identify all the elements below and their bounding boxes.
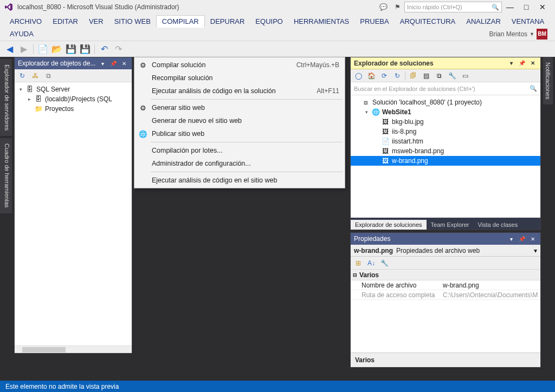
bottom-tab[interactable]: Team Explorer: [427, 220, 474, 230]
properties-grid[interactable]: ⊟VariosNombre de archivow-brand.pngRuta …: [351, 270, 540, 300]
preview-icon[interactable]: ▭: [460, 70, 470, 81]
categorize-icon[interactable]: ⊞: [353, 258, 364, 269]
connect-icon[interactable]: 🖧: [30, 70, 41, 81]
property-row[interactable]: Nombre de archivow-brand.png: [351, 280, 540, 290]
maximize-button[interactable]: □: [518, 1, 534, 14]
menu-item[interactable]: ⚙Compilar soluciónCtrl+Mayús.+B: [134, 58, 345, 71]
signed-in-user[interactable]: Brian Mentos ▼ BM: [489, 29, 551, 40]
collapse-icon[interactable]: ⊟: [353, 272, 359, 278]
collapse-icon[interactable]: ⧉: [434, 70, 444, 81]
feedback-icon[interactable]: 💬: [376, 2, 390, 12]
panel-close-icon[interactable]: ✕: [120, 59, 128, 68]
menu-ver[interactable]: VER: [83, 16, 109, 27]
notifications-tab[interactable]: Notificaciones: [543, 57, 553, 104]
panel-dropdown-icon[interactable]: ▾: [98, 59, 107, 68]
menu-item[interactable]: Ejecutar análisis de código en el sitio …: [134, 174, 345, 187]
pin-icon[interactable]: 📌: [518, 234, 526, 243]
h-scroll-thumb[interactable]: [22, 347, 66, 352]
properties-header[interactable]: Propiedades ▾ 📌 ✕: [351, 233, 540, 245]
menu-prueba[interactable]: PRUEBA: [354, 16, 394, 27]
menu-ventana[interactable]: VENTANA: [506, 16, 550, 27]
solution-explorer-panel: Explorador de soluciones ▾ 📌 ✕ ◯ 🏠 ⟳ ↻ 🗐…: [350, 57, 541, 230]
tree-node[interactable]: ▸🗄(localdb)\Projects (SQL: [15, 94, 132, 104]
properties-object-selector[interactable]: w-brand.png Propiedades del archivo web …: [351, 245, 540, 257]
redo-button[interactable]: ↷: [112, 43, 125, 56]
tree-node[interactable]: 📄iisstart.htm: [351, 136, 540, 146]
menu-item[interactable]: Compilación por lotes...: [134, 144, 345, 157]
refresh-icon[interactable]: ↻: [17, 70, 28, 81]
menu-compilar[interactable]: COMPILAR: [156, 15, 205, 28]
panel-dropdown-icon[interactable]: ▾: [507, 234, 515, 243]
object-explorer-tree[interactable]: ▾🗄SQL Server▸🗄(localdb)\Projects (SQL📁Pr…: [15, 82, 132, 116]
property-category[interactable]: ⊟Varios: [351, 270, 540, 280]
tree-node[interactable]: 🖼iis-8.png: [351, 127, 540, 136]
bottom-tab[interactable]: Explorador de soluciones: [351, 220, 427, 230]
tree-node[interactable]: 🖼w-brand.png: [351, 156, 540, 166]
menu-item[interactable]: ⚙Generar sitio web: [134, 101, 345, 114]
sort-az-icon[interactable]: A↓: [366, 258, 377, 269]
panel-close-icon[interactable]: ✕: [528, 59, 537, 68]
menu-item[interactable]: Administrador de configuración...: [134, 157, 345, 170]
undo-button[interactable]: ↶: [98, 43, 111, 56]
tree-node[interactable]: ⧈Solución 'localhost_8080' (1 proyecto): [351, 97, 540, 107]
solution-tree[interactable]: ⧈Solución 'localhost_8080' (1 proyecto)▾…: [351, 95, 540, 168]
panel-close-icon[interactable]: ✕: [528, 234, 537, 243]
menu-analizar[interactable]: ANALIZAR: [461, 16, 506, 27]
notifications-flag-icon[interactable]: ⚑: [390, 2, 404, 12]
quick-launch-input[interactable]: Inicio rápido (Ctrl+Q) 🔍: [404, 2, 502, 12]
object-explorer-header[interactable]: Explorador de objetos de... ▾ 📌 ✕: [15, 57, 132, 69]
menu-depurar[interactable]: DEPURAR: [205, 16, 250, 27]
show-all-icon[interactable]: ▤: [421, 70, 431, 81]
solution-explorer-header[interactable]: Explorador de soluciones ▾ 📌 ✕: [351, 57, 540, 69]
h-scrollbar[interactable]: [15, 345, 132, 353]
tree-node-label: SQL Server: [36, 86, 70, 93]
open-button[interactable]: 📂: [50, 43, 63, 56]
menu-archivo[interactable]: ARCHIVO: [4, 16, 47, 27]
toolbox-tab[interactable]: Cuadro de herramientas: [0, 138, 12, 213]
tree-node[interactable]: ▾🌐WebSite1: [351, 107, 540, 117]
home-house-icon[interactable]: 🏠: [366, 70, 377, 81]
group-icon[interactable]: ⧉: [43, 70, 54, 81]
tree-node[interactable]: ▾🗄SQL Server: [15, 84, 132, 94]
new-project-button[interactable]: 📄: [36, 43, 49, 56]
menu-sitio web[interactable]: SITIO WEB: [109, 16, 156, 27]
sync-icon[interactable]: ⟳: [379, 70, 390, 81]
menu-ayuda[interactable]: AYUDA: [4, 28, 39, 40]
bottom-tab[interactable]: Vista de clases: [473, 220, 522, 230]
server-explorer-tab[interactable]: Explorador de servidores: [0, 59, 12, 136]
pin-icon[interactable]: 📌: [109, 59, 118, 68]
minimize-button[interactable]: ―: [502, 1, 518, 14]
expand-arrow-icon[interactable]: ▸: [27, 96, 32, 102]
save-all-button[interactable]: 💾: [79, 43, 92, 56]
tree-node[interactable]: 📁Proyectos: [15, 104, 132, 114]
home-icon[interactable]: ◯: [353, 70, 364, 81]
expand-arrow-icon[interactable]: ▾: [18, 87, 23, 92]
refresh-icon[interactable]: ↻: [392, 70, 403, 81]
menu-item[interactable]: Recompilar solución: [134, 71, 345, 84]
close-button[interactable]: ✕: [534, 1, 551, 14]
titlebar: localhost_8080 - Microsoft Visual Studio…: [0, 0, 555, 14]
menu-equipo[interactable]: EQUIPO: [250, 16, 288, 27]
solution-search-input[interactable]: Buscar en el Explorador de soluciones (C…: [351, 82, 540, 95]
property-value[interactable]: C:\Users\Ontecnia\Documents\M: [440, 291, 540, 299]
menu-arquitectura[interactable]: ARQUITECTURA: [395, 16, 461, 27]
expand-arrow-icon[interactable]: ▾: [364, 109, 369, 115]
menu-item[interactable]: 🌐Publicar sitio web: [134, 127, 345, 140]
pin-icon[interactable]: 📌: [518, 59, 526, 68]
save-button[interactable]: 💾: [64, 43, 78, 56]
nav-back-button[interactable]: ◀: [3, 43, 16, 56]
blank-icon: [137, 158, 150, 169]
menu-item[interactable]: Ejecutar análisis de código en la soluci…: [134, 84, 345, 97]
menu-editar[interactable]: EDITAR: [47, 16, 83, 27]
menu-herramientas[interactable]: HERRAMIENTAS: [288, 16, 354, 27]
panel-dropdown-icon[interactable]: ▾: [507, 59, 515, 68]
tree-node[interactable]: 🖼msweb-brand.png: [351, 146, 540, 156]
tree-node[interactable]: 🖼bkg-blu.jpg: [351, 117, 540, 127]
wrench-icon[interactable]: 🔧: [379, 258, 390, 269]
menu-item[interactable]: Generar de nuevo el sitio web: [134, 114, 345, 127]
nav-fwd-button[interactable]: ▶: [17, 43, 30, 56]
copy-icon[interactable]: 🗐: [408, 70, 418, 81]
property-value[interactable]: w-brand.png: [440, 282, 540, 289]
property-row[interactable]: Ruta de acceso completaC:\Users\Ontecnia…: [351, 290, 540, 300]
properties-icon[interactable]: 🔧: [447, 70, 457, 81]
